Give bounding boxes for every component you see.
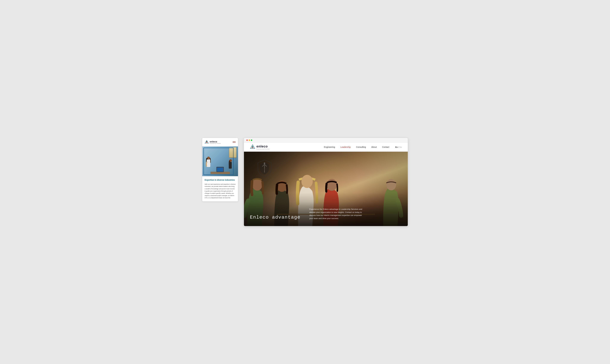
mobile-person-right <box>228 158 233 173</box>
nav-link-engineering[interactable]: Engineering <box>324 146 335 148</box>
lang-switcher: En / De <box>395 146 402 148</box>
mobile-card-title: Expertise in diverse industries <box>205 179 236 181</box>
mobile-image-area <box>202 146 238 176</box>
mobile-desk <box>210 172 230 174</box>
lang-de[interactable]: De <box>399 146 402 148</box>
browser-chrome <box>244 138 408 143</box>
svg-point-21 <box>386 179 396 190</box>
lang-sep: / <box>398 146 399 148</box>
nav-link-consulting[interactable]: Consulting <box>356 146 366 148</box>
desktop-browser: enleco Empowering Potential Engineering … <box>244 138 408 226</box>
nav-link-about[interactable]: About <box>371 146 377 148</box>
svg-point-6 <box>207 156 210 159</box>
mobile-photo-art <box>202 146 238 176</box>
hamburger-icon[interactable] <box>233 142 236 143</box>
mobile-content: Expertise in diverse industries With our… <box>202 176 238 201</box>
site-logo-name: enleco <box>257 144 270 148</box>
nav-links: Engineering Leadership Consulting About … <box>324 146 389 148</box>
mobile-logo-icon <box>205 140 209 144</box>
mobile-header: enleco Empowering Potential <box>202 138 238 146</box>
svg-point-19 <box>301 175 313 188</box>
hero-main-title: Enleco advantage <box>250 215 300 220</box>
page-wrapper: enleco Empowering Potential <box>202 138 408 226</box>
mobile-logo-tagline: Empowering Potential <box>210 143 221 144</box>
site-logo[interactable]: enleco Empowering Potential <box>250 144 270 150</box>
hero-section: Enleco advantage Experience the Enleco a… <box>244 152 408 226</box>
dot-red[interactable] <box>246 139 248 141</box>
lang-en[interactable]: En <box>395 146 398 148</box>
mobile-laptop-screen <box>217 168 223 172</box>
site-logo-icon <box>250 144 255 150</box>
mobile-card: enleco Empowering Potential <box>202 138 238 201</box>
dot-green[interactable] <box>251 139 252 141</box>
site-logo-tagline: Empowering Potential <box>257 148 270 150</box>
mobile-card-body: With our vast experience and expertise i… <box>205 183 236 199</box>
hero-description: Experience the Enleco advantage in Leade… <box>309 208 366 220</box>
site-logo-text: enleco Empowering Potential <box>257 144 270 150</box>
mobile-logo-name: enleco <box>210 140 221 143</box>
nav-link-contact[interactable]: Contact <box>382 146 389 148</box>
mobile-logo-text: enleco Empowering Potential <box>210 140 221 144</box>
dot-yellow[interactable] <box>249 139 250 141</box>
mobile-person-left <box>205 155 213 173</box>
mobile-logo[interactable]: enleco Empowering Potential <box>205 140 221 144</box>
svg-point-20 <box>326 179 337 191</box>
browser-dots <box>246 139 252 141</box>
site-nav: enleco Empowering Potential Engineering … <box>244 143 408 152</box>
nav-link-leadership[interactable]: Leadership <box>340 146 351 148</box>
hero-overlay: Enleco advantage Experience the Enleco a… <box>244 202 408 226</box>
mobile-laptop <box>217 167 224 172</box>
svg-rect-7 <box>207 159 210 167</box>
svg-rect-9 <box>229 162 232 169</box>
